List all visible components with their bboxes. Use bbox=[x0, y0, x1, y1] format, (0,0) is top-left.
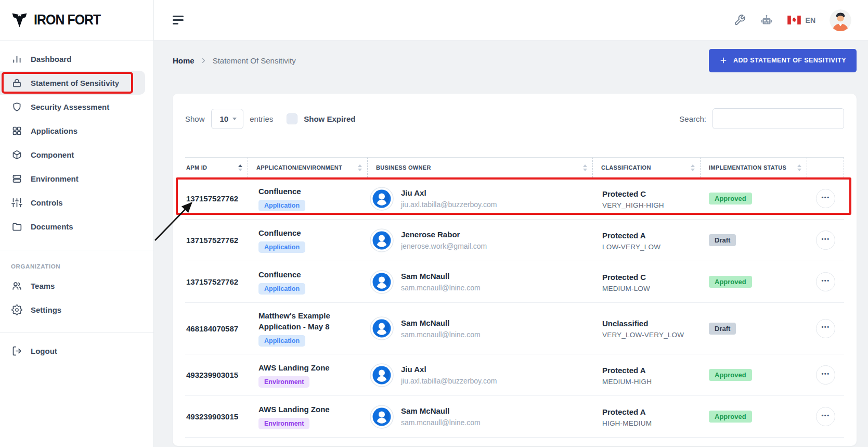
business-owner-cell: Sam McNaull sam.mcnaull@lnine.com bbox=[368, 316, 593, 340]
classification-name: Protected C bbox=[602, 272, 701, 283]
application-name: Confluence bbox=[258, 227, 349, 238]
assistant-bot-button[interactable] bbox=[760, 14, 773, 27]
show-expired-label: Show Expired bbox=[304, 114, 355, 123]
ellipsis-icon: ••• bbox=[821, 236, 830, 242]
table-row: 493239903015 AWS Landing Zone Environmen… bbox=[185, 354, 844, 396]
column-header-apm-id[interactable]: APM ID bbox=[185, 158, 248, 177]
brand-name: IRON FORT bbox=[34, 12, 100, 28]
business-owner-cell: Jiu Axl jiu.axl.tabilla@buzzerboy.com bbox=[368, 187, 593, 211]
sidebar-item-teams[interactable]: Teams bbox=[0, 274, 145, 298]
sidebar-nav: Dashboard Statement of Sensitivity Secur… bbox=[0, 41, 153, 238]
plus-icon bbox=[719, 56, 728, 65]
classification-cell: Protected C MEDIUM-LOW bbox=[593, 272, 701, 292]
users-icon bbox=[11, 280, 22, 291]
column-header-classification[interactable]: CLASSIFICATION bbox=[593, 158, 701, 177]
classification-cell: Protected A HIGH-MEDIUM bbox=[593, 406, 701, 427]
classification-name: Protected A bbox=[602, 406, 701, 417]
page-header: Home Statement Of Sensitivity ADD STATEM… bbox=[173, 41, 857, 80]
owner-avatar bbox=[370, 405, 394, 429]
classification-cell: Unclassified VERY_LOW-VERY_LOW bbox=[593, 318, 701, 339]
sidebar-item-label: Statement of Sensitivity bbox=[31, 79, 119, 87]
owner-email: sam.mcnaull@lnine.com bbox=[401, 283, 481, 293]
sidebar-item-label: Documents bbox=[31, 222, 73, 231]
sidebar-item-statement-of-sensitivity[interactable]: Statement of Sensitivity bbox=[0, 71, 145, 95]
breadcrumb-home-link[interactable]: Home bbox=[173, 56, 195, 65]
search-label: Search: bbox=[679, 114, 706, 123]
classification-cell: Protected A LOW-VERY_LOW bbox=[593, 230, 701, 251]
ellipsis-icon: ••• bbox=[821, 371, 830, 377]
status-badge: Approved bbox=[709, 193, 752, 205]
language-switcher[interactable]: EN bbox=[787, 16, 815, 24]
application-type-badge: Application bbox=[258, 283, 305, 295]
owner-name: Sam McNaull bbox=[401, 405, 481, 416]
wrench-icon bbox=[734, 14, 746, 26]
show-label: Show bbox=[185, 114, 205, 123]
add-statement-of-sensitivity-button[interactable]: ADD STATEMENT OF SENSITIVITY bbox=[709, 49, 857, 72]
sidebar-item-controls[interactable]: Controls bbox=[0, 190, 145, 214]
topbar: EN bbox=[154, 0, 868, 41]
menu-toggle-icon[interactable] bbox=[173, 16, 185, 24]
actions-cell: ••• bbox=[807, 189, 844, 208]
sidebar-item-component[interactable]: Component bbox=[0, 143, 145, 167]
sidebar-item-label: Controls bbox=[31, 198, 63, 207]
row-actions-button[interactable]: ••• bbox=[816, 365, 835, 385]
ellipsis-icon: ••• bbox=[821, 413, 830, 418]
server-icon bbox=[11, 173, 22, 184]
sidebar-item-applications[interactable]: Applications bbox=[0, 119, 145, 143]
column-header-application-environment[interactable]: APPLICATION/ENVIRONMENT bbox=[248, 158, 368, 177]
canada-flag-icon bbox=[787, 16, 801, 24]
business-owner-cell: Sam McNaull sam.mcnaull@lnine.com bbox=[368, 405, 593, 429]
grid-icon bbox=[11, 125, 22, 136]
sidebar-item-label: Environment bbox=[31, 174, 79, 183]
show-expired-checkbox[interactable] bbox=[287, 113, 297, 124]
column-header-business-owner[interactable]: BUSINESS OWNER bbox=[368, 158, 593, 177]
owner-name: Sam McNaull bbox=[401, 317, 481, 328]
user-avatar[interactable] bbox=[830, 9, 851, 31]
row-actions-button[interactable]: ••• bbox=[816, 231, 835, 250]
table-row: 137157527762 Confluence Application Sam … bbox=[185, 261, 844, 303]
owner-email: jiu.axl.tabilla@buzzerboy.com bbox=[401, 376, 497, 386]
actions-cell: ••• bbox=[807, 231, 844, 250]
sidebar-item-label: Logout bbox=[31, 347, 57, 355]
cube-icon bbox=[11, 149, 22, 160]
owner-avatar bbox=[370, 187, 394, 211]
column-header-actions bbox=[807, 158, 844, 177]
application-cell: Confluence Application bbox=[248, 227, 368, 253]
status-badge: Approved bbox=[709, 276, 752, 288]
classification-level: LOW-VERY_LOW bbox=[602, 243, 701, 251]
actions-cell: ••• bbox=[807, 407, 844, 426]
sidebar-item-security-assessment[interactable]: Security Assessment bbox=[0, 95, 145, 119]
classification-level: VERY_LOW-VERY_LOW bbox=[602, 331, 701, 339]
gear-icon bbox=[11, 304, 22, 315]
classification-level: HIGH-MEDIUM bbox=[602, 419, 701, 427]
table-row: 493239903015 AWS Landing Zone Environmen… bbox=[185, 396, 844, 438]
application-name: AWS Landing Zone bbox=[258, 404, 349, 415]
owner-name: Jiu Axl bbox=[401, 364, 497, 375]
sidebar-item-environment[interactable]: Environment bbox=[0, 167, 145, 190]
row-actions-button[interactable]: ••• bbox=[816, 319, 835, 338]
sidebar-item-documents[interactable]: Documents bbox=[0, 214, 145, 238]
owner-avatar bbox=[370, 270, 394, 294]
apm-id-cell: 137157527762 bbox=[185, 236, 248, 245]
classification-name: Protected A bbox=[602, 365, 701, 376]
table-row: 468184070587 Matthew's Example Applicati… bbox=[185, 303, 844, 354]
sort-icon bbox=[354, 164, 362, 171]
application-type-badge: Application bbox=[258, 335, 305, 347]
sidebar-item-label: Settings bbox=[31, 305, 61, 314]
apm-id-cell: 137157527762 bbox=[185, 194, 248, 203]
row-actions-button[interactable]: ••• bbox=[816, 189, 835, 208]
sidebar-item-dashboard[interactable]: Dashboard bbox=[0, 47, 145, 71]
tools-button[interactable] bbox=[734, 14, 746, 26]
table-header: APM ID APPLICATION/ENVIRONMENT BUSINESS … bbox=[185, 157, 844, 178]
sidebar-item-settings[interactable]: Settings bbox=[0, 298, 145, 322]
column-header-implementation-status[interactable]: IMPLEMENTATION STATUS bbox=[701, 158, 807, 177]
add-button-label: ADD STATEMENT OF SENSITIVITY bbox=[733, 57, 846, 64]
breadcrumb: Home Statement Of Sensitivity bbox=[173, 56, 296, 65]
page-size-select[interactable]: 10 bbox=[211, 109, 244, 129]
status-badge: Approved bbox=[709, 411, 752, 423]
ellipsis-icon: ••• bbox=[821, 324, 830, 330]
search-input[interactable] bbox=[712, 108, 844, 129]
row-actions-button[interactable]: ••• bbox=[816, 272, 835, 291]
sidebar-item-logout[interactable]: Logout bbox=[0, 339, 145, 363]
row-actions-button[interactable]: ••• bbox=[816, 407, 835, 426]
